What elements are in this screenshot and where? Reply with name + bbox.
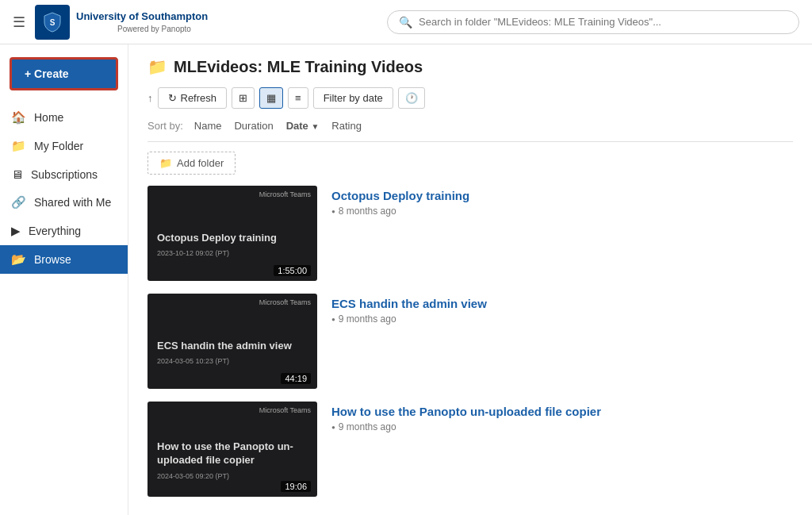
university-name: University of Southampton — [76, 10, 208, 23]
sort-by-rating[interactable]: Rating — [327, 118, 366, 133]
sidebar-item-shared-with-me[interactable]: 🔗 Shared with Me — [0, 188, 128, 217]
video-meta-0: ● 8 months ago — [331, 206, 793, 217]
grid-detail-view-button[interactable]: ▦ — [259, 87, 283, 109]
sidebar-item-everything[interactable]: ▶ Everything — [0, 217, 128, 245]
filter-by-date-button[interactable]: Filter by date — [313, 87, 393, 109]
video-title-2[interactable]: How to use the Panopto un-uploaded file … — [331, 405, 793, 418]
sort-arrow-icon: ▼ — [311, 122, 319, 131]
sidebar-item-everything-label: Everything — [29, 225, 81, 237]
sidebar-item-browse[interactable]: 📂 Browse — [0, 245, 128, 274]
folder-title: MLEvideos: MLE Training Videos — [174, 58, 423, 76]
video-thumbnail-0[interactable]: Microsoft Teams Octopus Deploy training … — [147, 186, 317, 281]
main-content: 📁 MLEvideos: MLE Training Videos ↑ ↻ Ref… — [128, 44, 812, 515]
video-item: Microsoft Teams Octopus Deploy training … — [147, 186, 793, 281]
dot-icon-0: ● — [331, 208, 335, 215]
sidebar-item-home[interactable]: 🏠 Home — [0, 103, 128, 132]
hamburger-menu-icon[interactable]: ☰ — [13, 13, 25, 31]
thumb-date-0: 2023-10-12 09:02 (PT) — [157, 249, 308, 257]
search-input[interactable] — [419, 16, 787, 28]
body-area: + Create 🏠 Home 📁 My Folder 🖥 Subscripti… — [0, 44, 812, 515]
add-folder-icon: 📁 — [159, 157, 172, 169]
video-thumbnail-2[interactable]: Microsoft Teams How to use the Panopto u… — [147, 402, 317, 497]
sort-by-date[interactable]: Date ▼ — [282, 118, 324, 133]
grid-detail-icon: ▦ — [266, 92, 276, 104]
sort-row: Sort by: Name Duration Date ▼ Rating — [147, 118, 793, 142]
sidebar-item-subscriptions[interactable]: 🖥 Subscriptions — [0, 160, 128, 188]
grid-view-button[interactable]: ⊞ — [232, 87, 255, 109]
folder-icon: 📁 — [11, 139, 26, 153]
logo-text: University of Southampton Powered by Pan… — [76, 10, 208, 33]
sidebar-item-my-folder[interactable]: 📁 My Folder — [0, 132, 128, 160]
sort-by-duration[interactable]: Duration — [229, 118, 278, 133]
sort-label: Sort by: — [147, 120, 183, 132]
thumb-title-2: How to use the Panopto un-uploaded file … — [157, 440, 308, 467]
subscriptions-icon: 🖥 — [11, 167, 23, 181]
up-arrow-icon[interactable]: ↑ — [147, 92, 153, 104]
video-info-0: Octopus Deploy training ● 8 months ago — [331, 186, 793, 217]
grid-icon: ⊞ — [239, 92, 247, 104]
video-title-1[interactable]: ECS handin the admin view — [331, 297, 793, 310]
toolbar: ↑ ↻ Refresh ⊞ ▦ ≡ Filter by date 🕐 — [147, 87, 793, 109]
video-item: Microsoft Teams How to use the Panopto u… — [147, 402, 793, 497]
thumb-date-1: 2024-03-05 10:23 (PT) — [157, 357, 308, 365]
search-bar[interactable]: 🔍 — [387, 10, 799, 34]
refresh-icon: ↻ — [168, 92, 177, 104]
everything-icon: ▶ — [11, 224, 21, 238]
home-icon: 🏠 — [11, 110, 26, 125]
thumb-duration-1: 44:19 — [281, 373, 311, 384]
video-meta-2: ● 9 months ago — [331, 421, 793, 432]
sidebar: + Create 🏠 Home 📁 My Folder 🖥 Subscripti… — [0, 44, 128, 515]
thumb-title-1: ECS handin the admin view — [157, 340, 308, 353]
video-meta-1: ● 9 months ago — [331, 313, 793, 325]
logo-area: S University of Southampton Powered by P… — [35, 5, 208, 40]
dot-icon-2: ● — [331, 424, 335, 431]
main-folder-icon: 📁 — [147, 57, 167, 76]
thumb-title-0: Octopus Deploy training — [157, 232, 308, 245]
list-icon: ≡ — [295, 92, 301, 104]
top-nav: ☰ S University of Southampton Powered by… — [0, 0, 812, 44]
add-folder-area: 📁 Add folder — [147, 152, 793, 175]
sidebar-item-shared-label: Shared with Me — [34, 196, 111, 209]
clock-icon: 🕐 — [405, 92, 418, 104]
thumb-duration-2: 19:06 — [281, 481, 311, 492]
list-view-button[interactable]: ≡ — [288, 87, 308, 109]
refresh-button[interactable]: ↻ Refresh — [158, 87, 228, 109]
folder-header: 📁 MLEvideos: MLE Training Videos — [147, 57, 793, 76]
video-list: Microsoft Teams Octopus Deploy training … — [147, 186, 793, 497]
video-thumbnail-1[interactable]: Microsoft Teams ECS handin the admin vie… — [147, 294, 317, 389]
shared-icon: 🔗 — [11, 195, 26, 209]
dot-icon-1: ● — [331, 316, 335, 323]
search-icon: 🔍 — [399, 16, 412, 29]
powered-by: Powered by Panopto — [117, 25, 208, 33]
thumb-duration-0: 1:55:00 — [274, 265, 311, 276]
video-item: Microsoft Teams ECS handin the admin vie… — [147, 294, 793, 389]
video-info-1: ECS handin the admin view ● 9 months ago — [331, 294, 793, 325]
history-button[interactable]: 🕐 — [398, 87, 425, 109]
sidebar-item-my-folder-label: My Folder — [34, 140, 83, 152]
thumb-date-2: 2024-03-05 09:20 (PT) — [157, 472, 308, 480]
sort-by-name[interactable]: Name — [190, 118, 227, 133]
video-title-0[interactable]: Octopus Deploy training — [331, 189, 793, 202]
video-info-2: How to use the Panopto un-uploaded file … — [331, 402, 793, 432]
create-button[interactable]: + Create — [10, 57, 118, 90]
logo-shield: S — [35, 5, 70, 40]
sidebar-item-subscriptions-label: Subscriptions — [31, 168, 98, 181]
sidebar-item-browse-label: Browse — [34, 253, 71, 266]
add-folder-button[interactable]: 📁 Add folder — [147, 152, 236, 175]
svg-text:S: S — [50, 18, 56, 27]
sidebar-item-home-label: Home — [34, 111, 63, 124]
browse-icon: 📂 — [11, 252, 26, 267]
